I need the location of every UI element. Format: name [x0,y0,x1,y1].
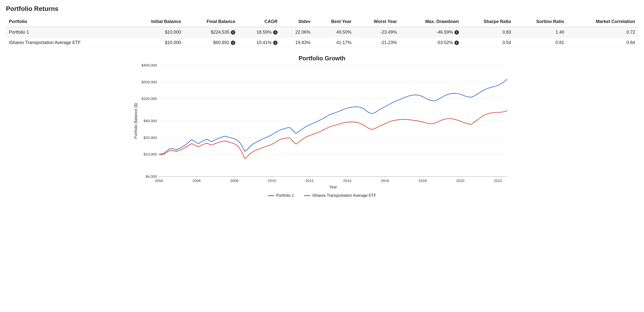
cell-initial: $10,000 [128,27,184,38]
cell-maxdd: -46.59%i [400,27,462,38]
table-row: iShares Transportation Average ETF$10,00… [6,38,638,48]
x-tick-label: 2018 [418,178,426,183]
col-header[interactable]: Sharpe Ratio [462,17,514,27]
cell-corr: 0.72 [567,27,638,38]
cell-best: 41.17% [313,38,354,48]
legend-label: iShares Transportation Average ETF [312,193,376,198]
col-header[interactable]: Max. Drawdown [400,17,462,27]
cell-sharpe: 0.83 [462,27,514,38]
info-icon[interactable]: i [273,30,278,35]
cell-worst: -23.49% [354,27,400,38]
x-tick-label: 2020 [456,178,464,183]
info-icon[interactable]: i [231,30,235,35]
legend-label: Portfolio 1 [276,193,294,198]
info-icon[interactable]: i [273,41,278,45]
cell-sortino: 1.40 [514,27,567,38]
legend-item[interactable]: Portfolio 1 [268,193,294,198]
legend-swatch [304,195,310,196]
cell-maxdd: -53.52%i [400,38,462,48]
cell-name: Portfolio 1 [6,27,128,38]
col-header[interactable]: Sortino Ratio [514,17,567,27]
cell-initial: $10,000 [128,38,184,48]
cell-cagr: 10.41%i [238,38,280,48]
y-tick-label: $4,000 [146,174,157,178]
legend-swatch [268,195,274,196]
y-tick-label: $400,000 [141,63,157,67]
table-row: Portfolio 1$10,000$224,535i18.59%i22.06%… [6,27,638,38]
portfolio-growth-chart: $4,000$10,000$20,000$40,000$100,000$200,… [132,63,512,191]
returns-table: PortfolioInitial BalanceFinal BalanceCAG… [6,17,638,48]
cell-sortino: 0.81 [514,38,567,48]
cell-stdev: 19.83% [280,38,313,48]
series-line [159,79,507,154]
x-tick-label: 2010 [268,178,276,183]
section-title: Portfolio Returns [6,5,638,13]
y-tick-label: $100,000 [141,96,157,101]
cell-best: 49.50% [313,27,354,38]
x-axis-label: Year [329,185,337,189]
cell-stdev: 22.06% [280,27,313,38]
legend-item[interactable]: iShares Transportation Average ETF [304,193,376,198]
col-header[interactable]: Market Correlation [567,17,638,27]
col-header[interactable]: Worst Year [354,17,400,27]
info-icon[interactable]: i [231,41,235,45]
x-tick-label: 2006 [192,178,201,183]
col-header[interactable]: Portfolio [6,17,128,27]
x-tick-label: 2008 [230,178,238,183]
y-tick-label: $200,000 [141,80,157,84]
cell-worst: -21.23% [354,38,400,48]
cell-cagr: 18.59%i [238,27,280,38]
col-header[interactable]: Stdev [280,17,313,27]
col-header[interactable]: Initial Balance [128,17,184,27]
x-tick-label: 2016 [381,178,389,183]
x-tick-label: 2004 [155,178,163,183]
cell-corr: 0.84 [567,38,638,48]
col-header[interactable]: Final Balance [184,17,238,27]
series-line [159,111,507,159]
x-tick-label: 2014 [343,178,351,183]
x-tick-label: 2012 [306,178,314,183]
table-header-row: PortfolioInitial BalanceFinal BalanceCAG… [6,17,638,27]
y-tick-label: $10,000 [144,152,157,156]
info-icon[interactable]: i [454,30,459,35]
col-header[interactable]: CAGR [238,17,280,27]
cell-name: iShares Transportation Average ETF [6,38,128,48]
cell-sharpe: 0.54 [462,38,514,48]
cell-final: $60,892i [184,38,238,48]
cell-final: $224,535i [184,27,238,38]
y-axis-label: Portfolio Balance ($) [134,103,138,139]
y-tick-label: $40,000 [144,119,157,123]
col-header[interactable]: Best Year [313,17,354,27]
chart-title: Portfolio Growth [6,55,638,62]
chart-legend: Portfolio 1iShares Transportation Averag… [6,193,638,198]
x-tick-label: 2022 [494,178,502,183]
y-tick-label: $20,000 [144,135,157,140]
info-icon[interactable]: i [454,41,459,45]
